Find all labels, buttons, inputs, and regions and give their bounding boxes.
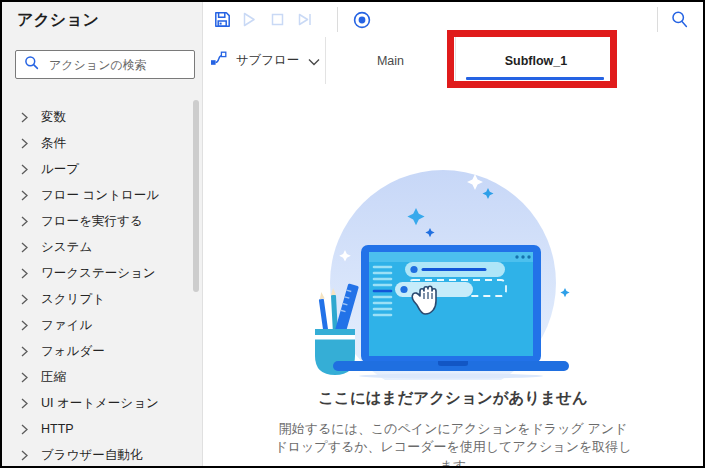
toolbar-divider xyxy=(337,7,338,32)
category-variables[interactable]: 変数 xyxy=(2,104,202,130)
subflows-dropdown-button[interactable]: サブフロー xyxy=(207,37,323,84)
empty-state-illustration xyxy=(293,150,613,380)
search-icon xyxy=(670,10,689,29)
subflow-tab-bar: サブフロー Main Subflow_1 xyxy=(203,37,703,85)
category-folders[interactable]: フォルダー xyxy=(2,338,202,364)
actions-pane: アクション 変数 条件 ループ フロー コントロール フローを実行する システム… xyxy=(2,2,203,466)
chevron-right-icon xyxy=(21,424,28,435)
category-run-flow[interactable]: フローを実行する xyxy=(2,208,202,234)
chevron-right-icon xyxy=(21,216,28,227)
chevron-right-icon xyxy=(21,190,28,201)
category-workstation[interactable]: ワークステーション xyxy=(2,260,202,286)
chevron-right-icon xyxy=(21,268,28,279)
search-icon xyxy=(24,55,39,74)
workspace-canvas[interactable]: ここにはまだアクションがありません 開始するには、このペインにアクションをドラッ… xyxy=(203,84,703,466)
chevron-right-icon xyxy=(21,138,28,149)
category-ui-automation[interactable]: UI オートメーション xyxy=(2,390,202,416)
run-next-action-button xyxy=(292,7,317,32)
designer-main-area: サブフロー Main Subflow_1 xyxy=(203,2,703,466)
run-icon xyxy=(239,10,258,29)
chevron-right-icon xyxy=(21,450,28,461)
toolbar-divider xyxy=(657,7,658,32)
action-search-input[interactable] xyxy=(47,57,186,73)
save-icon xyxy=(213,10,232,29)
empty-state: ここにはまだアクションがありません 開始するには、このペインにアクションをドラッ… xyxy=(203,84,703,466)
chevron-right-icon xyxy=(21,294,28,305)
chevron-right-icon xyxy=(21,164,28,175)
save-button[interactable] xyxy=(210,7,235,32)
chevron-right-icon xyxy=(21,372,28,383)
chevron-right-icon xyxy=(21,320,28,331)
category-system[interactable]: システム xyxy=(2,234,202,260)
stop-icon xyxy=(268,10,287,29)
stop-button xyxy=(265,7,290,32)
designer-toolbar xyxy=(203,2,703,38)
action-search-box[interactable] xyxy=(15,50,195,79)
category-http[interactable]: HTTP xyxy=(2,416,202,442)
run-button xyxy=(236,7,261,32)
category-conditionals[interactable]: 条件 xyxy=(2,130,202,156)
chevron-down-icon xyxy=(308,52,320,70)
chevron-right-icon xyxy=(21,112,28,123)
run-next-icon xyxy=(295,10,314,29)
category-files[interactable]: ファイル xyxy=(2,312,202,338)
sidebar-scrollbar-thumb[interactable] xyxy=(193,100,199,292)
record-icon xyxy=(352,10,372,30)
empty-state-heading: ここにはまだアクションがありません xyxy=(318,388,588,409)
flow-designer-window: アクション 変数 条件 ループ フロー コントロール フローを実行する システム… xyxy=(0,0,705,468)
chevron-right-icon xyxy=(21,398,28,409)
empty-state-description: 開始するには、このペインにアクションをドラッグ アンド ドロップするか、レコーダ… xyxy=(272,420,634,466)
category-compression[interactable]: 圧縮 xyxy=(2,364,202,390)
category-loops[interactable]: ループ xyxy=(2,156,202,182)
tab-subflow-1[interactable]: Subflow_1 xyxy=(456,37,616,84)
chevron-right-icon xyxy=(21,346,28,357)
subflows-dropdown-label: サブフロー xyxy=(236,52,300,69)
tab-main[interactable]: Main xyxy=(326,37,455,84)
chevron-right-icon xyxy=(21,242,28,253)
search-flow-button[interactable] xyxy=(667,7,692,32)
category-flow-control[interactable]: フロー コントロール xyxy=(2,182,202,208)
active-tab-underline xyxy=(466,77,604,80)
action-category-list: 変数 条件 ループ フロー コントロール フローを実行する システム ワークステ… xyxy=(2,104,202,468)
category-browser-automation[interactable]: ブラウザー自動化 xyxy=(2,442,202,468)
laptop xyxy=(333,245,569,379)
actions-pane-title: アクション xyxy=(17,10,99,31)
record-button[interactable] xyxy=(349,7,374,32)
subflow-icon xyxy=(210,51,227,70)
category-scripting[interactable]: スクリプト xyxy=(2,286,202,312)
